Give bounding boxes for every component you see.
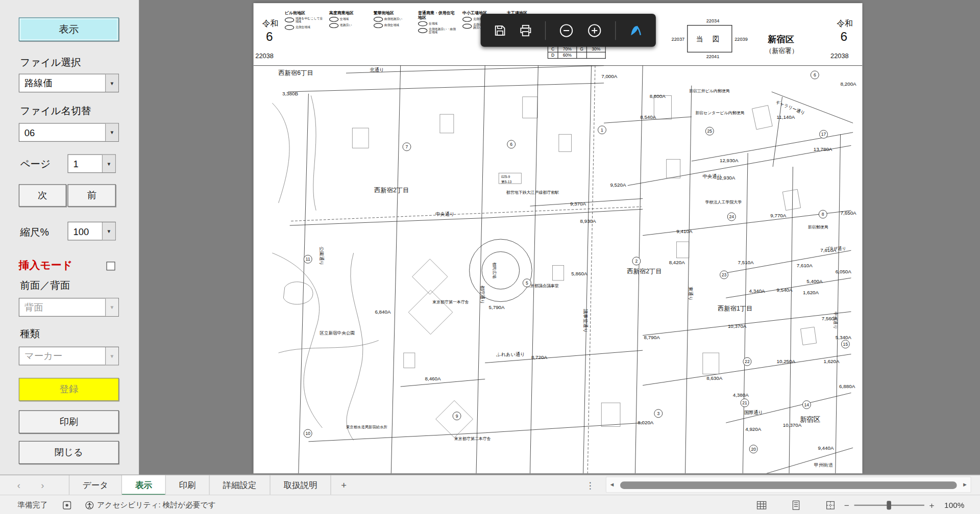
file-select-dropdown[interactable]: 路線価 ▼ (19, 74, 119, 93)
map-label: 都民広場 (492, 262, 497, 278)
scale-value: 100 (68, 226, 102, 237)
tab-data[interactable]: データ (69, 475, 122, 495)
kind-value: マーカー (19, 350, 105, 362)
chevron-down-icon[interactable]: ▼ (105, 124, 118, 141)
map-label: プラザ通り (825, 246, 846, 251)
front-back-dropdown[interactable]: 背面 ▼ (19, 298, 119, 317)
kind-label: 種類 (20, 328, 40, 341)
scale-label: 縮尺% (20, 226, 49, 239)
sheet-nav-left-icon[interactable]: ‹ (11, 475, 26, 495)
print-icon[interactable] (520, 24, 532, 36)
insert-mode-label: 挿入モード (19, 258, 72, 272)
chevron-down-icon[interactable]: ▼ (105, 298, 118, 316)
scroll-right-icon[interactable]: ► (960, 481, 971, 487)
map-label: 中央通り (833, 312, 838, 329)
tab-print[interactable]: 印刷 (166, 475, 210, 495)
map-label: ギャラリー通り (775, 99, 805, 116)
scrollbar-track[interactable] (618, 477, 959, 492)
prev-page-button[interactable]: 前 (67, 184, 115, 207)
ready-status: 準備完了 (17, 495, 47, 514)
zoom-control: − + 100% (842, 495, 964, 514)
print-button[interactable]: 印刷 (19, 410, 119, 433)
front-back-label: 前面／背面 (20, 279, 70, 292)
page-value: 1 (68, 158, 102, 169)
scrollbar-thumb[interactable] (620, 481, 957, 489)
map-label: 12,930A (720, 158, 739, 163)
chevron-down-icon[interactable]: ▼ (105, 347, 118, 365)
file-select-value: 路線価 (19, 77, 105, 89)
scroll-left-icon[interactable]: ◄ (606, 481, 618, 487)
block-number-label: 7 (406, 144, 408, 149)
map-label: 議事堂通り (583, 309, 589, 332)
zoom-slider-thumb[interactable] (887, 501, 891, 509)
app-window: 表示 ファイル選択 路線価 ▼ ファイル名切替 06 ▼ ページ 1 ▼ 次 前… (0, 0, 980, 514)
horizontal-scrollbar[interactable]: ◄ ► (606, 477, 971, 493)
block-number-label: 9 (456, 414, 458, 419)
map-label: 公園通り (319, 247, 325, 266)
block-number-label: 6 (814, 72, 816, 78)
zoom-in-icon[interactable] (587, 23, 602, 38)
accessibility-status[interactable]: アクセシビリティ: 検討が必要です (85, 495, 216, 514)
file-select-label: ファイル選択 (20, 56, 81, 69)
map-label: 7,510A (738, 260, 754, 265)
map-label: 7,650A (841, 210, 857, 216)
tab-display[interactable]: 表示 (122, 475, 166, 495)
tab-instructions[interactable]: 取扱説明 (271, 475, 331, 495)
map-label: 東通り (688, 287, 694, 301)
map-label: 中央通り (703, 173, 722, 179)
save-icon[interactable] (494, 24, 506, 36)
scale-dropdown[interactable]: 100 ▼ (67, 222, 115, 241)
map-label: 西新宿2丁目 (627, 268, 662, 275)
page-label: ページ (20, 158, 51, 171)
map-label: 8,800A (650, 93, 666, 99)
block-number-label: 10 (305, 431, 310, 436)
file-name-value: 06 (19, 127, 105, 138)
kebab-menu-icon[interactable]: ⋮ (586, 475, 595, 495)
map-label: 10,370A (728, 323, 747, 329)
tab-detail-settings[interactable]: 詳細設定 (210, 475, 271, 495)
block-number-label: 1 (601, 127, 603, 133)
file-name-dropdown[interactable]: 06 ▼ (19, 123, 119, 142)
zoom-out-button[interactable]: − (842, 500, 851, 510)
insert-mode-checkbox[interactable] (106, 262, 115, 270)
zoom-in-button[interactable]: + (927, 500, 936, 510)
page-break-view-icon[interactable] (823, 495, 837, 514)
map-label: 13,780A (814, 146, 832, 152)
zoom-percentage[interactable]: 100% (944, 501, 964, 509)
display-button[interactable]: 表示 (19, 17, 119, 41)
acrobat-logo-icon[interactable] (629, 23, 643, 37)
normal-view-icon[interactable] (755, 495, 769, 514)
map-label: 8,420A (669, 260, 685, 265)
zoom-slider[interactable] (854, 504, 924, 505)
map-label: 1,620A (803, 290, 819, 295)
map-label: 新宿郵便局 (808, 225, 828, 229)
register-button[interactable]: 登録 (19, 378, 119, 401)
map-label: 東京都庁第一本庁舎 (432, 300, 469, 304)
status-bar: 準備完了 アクセシビリティ: 検討が必要です − + 100% (0, 495, 980, 514)
sheet-nav-right-icon[interactable]: › (35, 475, 50, 495)
chevron-down-icon[interactable]: ▼ (105, 74, 118, 92)
map-label: 国際通り (744, 409, 763, 415)
toolbar-divider (545, 21, 546, 40)
chevron-down-icon[interactable]: ▼ (102, 222, 115, 240)
map-label: 新宿センタービル内郵便局 (695, 111, 744, 115)
next-page-button[interactable]: 次 (19, 184, 66, 207)
map-label: 3,380B (282, 91, 299, 96)
chevron-down-icon[interactable]: ▼ (102, 155, 115, 172)
block-number-label: 17 (821, 132, 826, 137)
close-button[interactable]: 閉じる (19, 441, 119, 464)
add-sheet-button[interactable]: + (331, 475, 357, 495)
page-dropdown[interactable]: 1 ▼ (67, 155, 115, 173)
map-label: 新宿区 (800, 416, 820, 423)
page-layout-view-icon[interactable] (789, 495, 803, 514)
map-label: 5,400A (806, 278, 823, 284)
zoom-out-icon[interactable] (559, 23, 574, 38)
map-label: 西新宿1丁目 (718, 305, 752, 312)
block-number-label: 20 (751, 447, 756, 452)
macro-record-icon[interactable] (63, 495, 71, 514)
kind-dropdown[interactable]: マーカー ▼ (19, 347, 119, 366)
map-label: 6,840A (375, 309, 391, 315)
map-label: 中央通り (435, 211, 454, 217)
map-label: 8,930A (580, 218, 597, 224)
block-number-label: 6 (510, 142, 512, 147)
